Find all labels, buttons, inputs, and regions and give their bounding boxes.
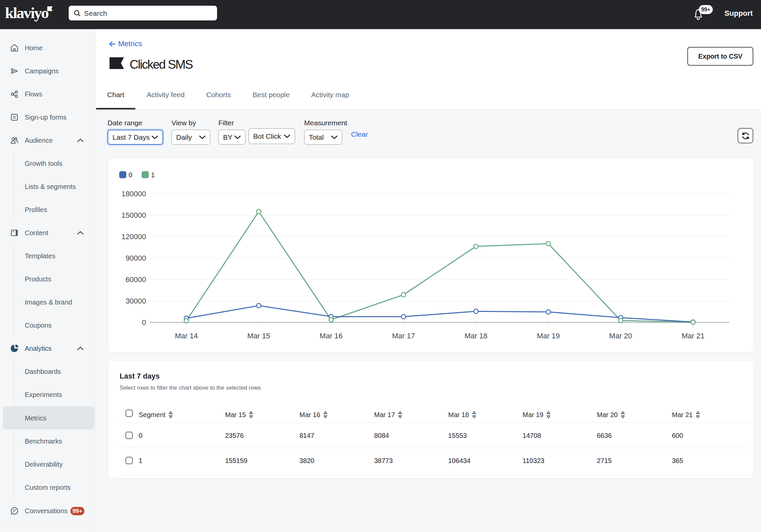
svg-text:Mar 16: Mar 16 — [320, 332, 342, 340]
svg-text:Mar 19: Mar 19 — [537, 332, 560, 340]
svg-text:Mar 20: Mar 20 — [609, 332, 632, 340]
svg-text:0: 0 — [142, 318, 146, 327]
svg-text:Mar 17: Mar 17 — [392, 332, 415, 340]
svg-text:Mar 18: Mar 18 — [465, 332, 487, 340]
svg-text:120000: 120000 — [122, 232, 146, 241]
svg-text:30000: 30000 — [126, 297, 146, 305]
svg-text:90000: 90000 — [126, 254, 146, 262]
svg-text:Mar 21: Mar 21 — [682, 332, 704, 340]
svg-text:Mar 15: Mar 15 — [247, 332, 270, 340]
svg-text:180000: 180000 — [122, 190, 146, 198]
svg-text:Mar 14: Mar 14 — [175, 332, 198, 340]
svg-text:150000: 150000 — [122, 211, 146, 219]
svg-text:60000: 60000 — [126, 275, 146, 284]
